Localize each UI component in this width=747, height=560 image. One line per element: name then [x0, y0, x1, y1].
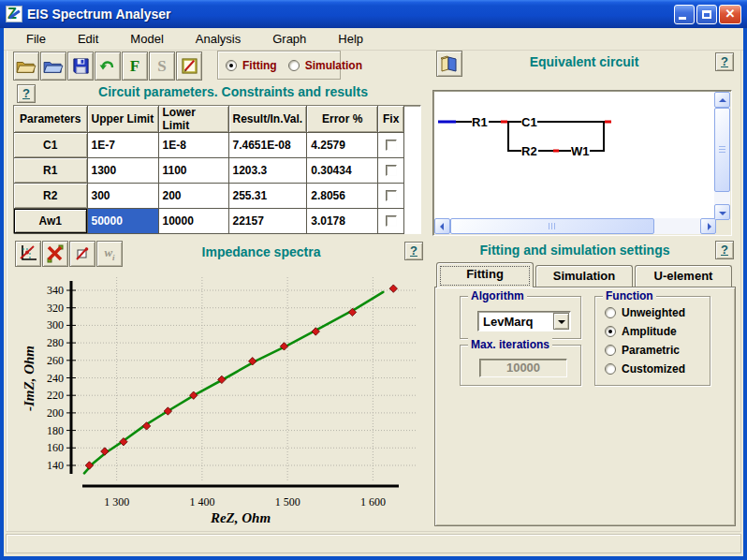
maximize-button[interactable] — [696, 5, 717, 24]
simulate-icon: S — [157, 57, 166, 76]
plot-scale-button[interactable] — [15, 241, 41, 267]
chevron-down-icon — [558, 320, 565, 324]
tab-simulation[interactable]: Simulation — [535, 265, 633, 287]
scroll-up-button[interactable] — [714, 92, 730, 108]
svg-text:1 600: 1 600 — [360, 495, 386, 508]
horizontal-scroll-thumb[interactable] — [450, 218, 654, 234]
title-bar[interactable]: Z EIS Spectrum Analyser ✕ — [0, 0, 747, 28]
error-cell[interactable]: 4.2579 — [307, 133, 378, 158]
param-name-cell[interactable]: R2 — [14, 184, 87, 209]
svg-text:ReZ, Ohm: ReZ, Ohm — [210, 510, 271, 525]
result-cell[interactable]: 1203.3 — [228, 158, 307, 184]
minimize-icon — [679, 17, 686, 20]
window-title: EIS Spectrum Analyser — [27, 7, 171, 22]
circuit-canvas[interactable]: R1 C1 R2 W1 — [434, 92, 716, 220]
function-option-unweighted[interactable]: Unweighted — [605, 306, 685, 319]
upper-limit-cell[interactable]: 300 — [87, 184, 158, 209]
fit-button[interactable]: F — [122, 52, 148, 81]
close-button[interactable]: ✕ — [719, 5, 741, 24]
open-model-button[interactable] — [40, 52, 66, 81]
circuit-diagram: R1 C1 R2 W1 — [434, 92, 715, 219]
tab-u-element[interactable]: U-element — [635, 265, 732, 287]
scroll-down-button[interactable] — [714, 204, 730, 220]
svg-text:340: 340 — [47, 284, 64, 297]
undo-button[interactable] — [95, 52, 121, 81]
param-name-cell[interactable]: R1 — [14, 158, 87, 184]
param-name-cell[interactable]: Aw1 — [14, 209, 87, 234]
settings-help-button[interactable]: ? — [715, 241, 734, 259]
scroll-left-button[interactable] — [434, 218, 450, 234]
result-cell[interactable]: 7.4651E-08 — [228, 133, 307, 158]
circuit-horizontal-scrollbar[interactable] — [434, 218, 716, 234]
function-option-amplitude[interactable]: Amplitude — [605, 325, 677, 338]
circuit-element-label: R2 — [521, 144, 537, 158]
max-iterations-input[interactable]: 10000 — [479, 359, 567, 377]
menu-bar: File Edit Model Analysis Graph Help — [4, 28, 743, 51]
simulate-button[interactable]: S — [149, 52, 175, 81]
circuit-library-button[interactable] — [436, 51, 462, 77]
menu-edit[interactable]: Edit — [68, 29, 108, 49]
parameters-table: Parameters Upper Limit Lower Limit Resul… — [13, 105, 421, 234]
edit-model-button[interactable] — [176, 52, 202, 81]
svg-text:320: 320 — [47, 302, 64, 315]
unweighted-radio[interactable] — [605, 307, 616, 318]
menu-graph[interactable]: Graph — [263, 29, 315, 49]
menu-help[interactable]: Help — [329, 29, 373, 49]
table-row: C1 1E-7 1E-8 7.4651E-08 4.2579 — [14, 133, 404, 158]
spectra-section-title: Impedance spectra — [125, 244, 397, 259]
amplitude-radio[interactable] — [605, 326, 616, 337]
book-icon — [440, 55, 459, 72]
upper-limit-cell[interactable]: 1300 — [87, 158, 158, 184]
table-row: R2 300 200 255.31 2.8056 — [14, 184, 404, 209]
function-option-parametric[interactable]: Parametric — [605, 344, 680, 357]
save-button[interactable] — [67, 52, 94, 81]
function-option-customized[interactable]: Customized — [605, 362, 685, 376]
svg-text:1 400: 1 400 — [189, 495, 214, 508]
parametric-radio[interactable] — [605, 345, 616, 356]
circuit-help-button[interactable]: ? — [715, 52, 734, 71]
fix-checkbox[interactable] — [386, 140, 397, 151]
fix-checkbox[interactable] — [386, 165, 397, 176]
simulation-radio[interactable] — [288, 60, 300, 71]
upper-limit-cell-selected[interactable]: 50000 — [87, 209, 158, 234]
open-data-button[interactable] — [13, 52, 39, 81]
spectra-help-button[interactable]: ? — [404, 242, 423, 260]
lower-limit-cell[interactable]: 1100 — [158, 158, 228, 184]
arrow-left-icon — [440, 223, 444, 230]
error-cell[interactable]: 3.0178 — [307, 209, 378, 234]
open-folder-icon — [16, 58, 37, 75]
lower-limit-cell[interactable]: 200 — [158, 184, 228, 209]
delete-points-button[interactable] — [42, 241, 68, 267]
fix-cell — [378, 133, 404, 158]
menu-file[interactable]: File — [17, 29, 55, 49]
fitting-radio[interactable] — [226, 60, 237, 71]
algorithm-select[interactable]: LevMarq — [477, 311, 571, 332]
dropdown-button[interactable] — [553, 313, 569, 330]
fix-checkbox[interactable] — [386, 190, 397, 201]
svg-text:200: 200 — [47, 406, 64, 420]
weights-button[interactable]: wi — [96, 241, 123, 267]
scroll-right-button[interactable] — [700, 218, 716, 234]
error-cell[interactable]: 2.8056 — [307, 184, 378, 209]
lower-limit-cell[interactable]: 1E-8 — [158, 133, 228, 158]
circuit-section-title: Equivalent circuit — [462, 54, 706, 69]
params-help-button[interactable]: ? — [17, 84, 36, 103]
algorithm-groupbox: Algorithm LevMarq — [460, 296, 581, 339]
vertical-scroll-thumb[interactable] — [714, 108, 730, 192]
error-cell[interactable]: 0.30434 — [307, 158, 378, 184]
result-cell[interactable]: 22157 — [228, 209, 307, 234]
circuit-vertical-scrollbar[interactable] — [714, 92, 730, 220]
result-cell[interactable]: 255.31 — [228, 184, 307, 209]
impedance-spectra-chart[interactable]: 1401601802002202402602803003203401 3001 … — [11, 273, 427, 528]
minimize-button[interactable] — [674, 5, 695, 24]
menu-model[interactable]: Model — [121, 29, 172, 49]
customized-radio[interactable] — [605, 363, 616, 375]
lower-limit-cell[interactable]: 10000 — [158, 209, 228, 234]
param-name-cell[interactable]: C1 — [14, 133, 87, 158]
menu-analysis[interactable]: Analysis — [186, 29, 250, 49]
upper-limit-cell[interactable]: 1E-7 — [87, 133, 158, 158]
tab-fitting[interactable]: Fitting — [436, 262, 534, 287]
fix-checkbox[interactable] — [386, 215, 397, 227]
function-groupbox: Function Unweighted Amplitude Parametric… — [594, 296, 710, 386]
exclude-point-button[interactable] — [69, 241, 95, 267]
